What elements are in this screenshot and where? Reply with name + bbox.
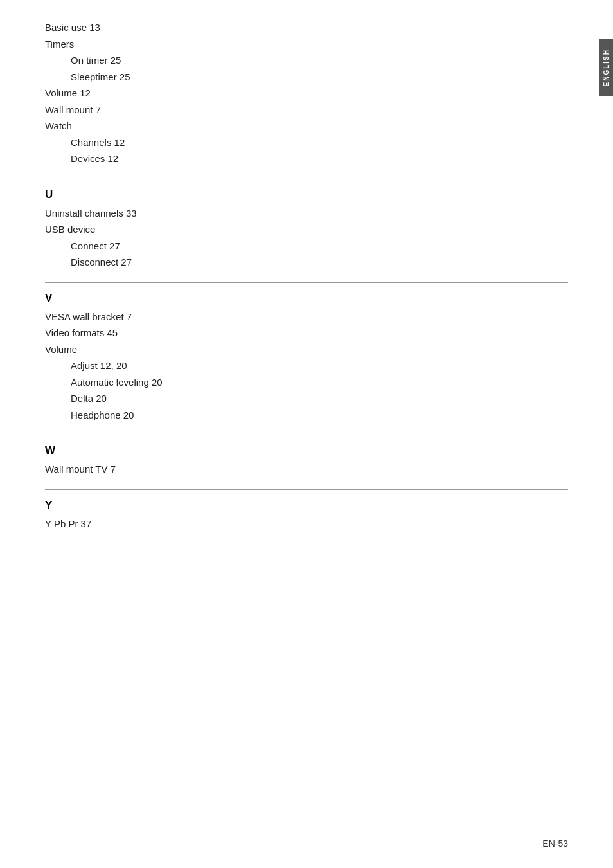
- sidebar-label: ENGLISH: [603, 49, 610, 86]
- index-entry: Y Pb Pr 37: [45, 516, 568, 532]
- entry-page: 37: [78, 518, 91, 529]
- section-divider: [45, 179, 568, 179]
- index-entry: USB device: [45, 221, 568, 238]
- index-entry: Basic use 13: [45, 19, 568, 36]
- index-entry: Adjust 12, 20: [45, 357, 568, 374]
- section-divider: [45, 435, 568, 435]
- entry-text: Timers: [45, 39, 74, 50]
- section-letter-U: U: [45, 188, 568, 201]
- page-container: ENGLISH Basic use 13TimersOn timer 25Sle…: [0, 0, 613, 868]
- index-content: Basic use 13TimersOn timer 25Sleeptimer …: [45, 19, 568, 532]
- section-divider: [45, 282, 568, 283]
- entry-page: 12: [111, 137, 125, 148]
- index-group-U: UUninstall channels 33USB deviceConnect …: [45, 188, 568, 271]
- entry-page: 20: [93, 393, 107, 404]
- entry-text: USB device: [45, 224, 95, 235]
- entry-page: 33: [123, 208, 137, 219]
- index-entry: Headphone 20: [45, 407, 568, 424]
- index-entry: Connect 27: [45, 238, 568, 255]
- index-entry: Automatic leveling 20: [45, 374, 568, 391]
- entry-page: 12: [105, 153, 118, 164]
- index-entry: Volume: [45, 341, 568, 358]
- entry-page: 20: [149, 377, 163, 388]
- entry-text: Disconnect: [71, 257, 118, 267]
- entry-page: 7: [124, 311, 132, 322]
- entry-text: Y Pb Pr: [45, 518, 78, 529]
- index-group-Y: YY Pb Pr 37: [45, 499, 568, 532]
- section-divider: [45, 489, 568, 490]
- sidebar-tab: ENGLISH: [599, 39, 613, 96]
- entry-text: Video formats: [45, 327, 104, 338]
- entry-page: 25: [108, 55, 121, 66]
- entry-text: Basic use: [45, 22, 87, 33]
- entry-text: Volume: [45, 344, 77, 355]
- entry-page: 27: [107, 240, 120, 251]
- entry-page: 45: [104, 327, 118, 338]
- index-entry: VESA wall bracket 7: [45, 309, 568, 325]
- entry-text: On timer: [71, 55, 108, 66]
- index-group-cont: Basic use 13TimersOn timer 25Sleeptimer …: [45, 19, 568, 167]
- entry-text: VESA wall bracket: [45, 311, 124, 322]
- entry-text: Watch: [45, 120, 72, 131]
- index-entry: On timer 25: [45, 52, 568, 69]
- entry-text: Automatic leveling: [71, 377, 149, 388]
- entry-text: Wall mount: [45, 104, 93, 115]
- entry-text: Adjust: [71, 360, 98, 371]
- entry-text: Sleeptimer: [71, 71, 117, 82]
- index-entry: Delta 20: [45, 390, 568, 407]
- index-group-V: VVESA wall bracket 7Video formats 45Volu…: [45, 292, 568, 424]
- index-entry: Timers: [45, 36, 568, 53]
- entry-text: Devices: [71, 153, 105, 164]
- entry-page: 7: [108, 464, 116, 475]
- index-entry: Sleeptimer 25: [45, 69, 568, 86]
- entry-page: 27: [118, 257, 132, 267]
- section-letter-W: W: [45, 444, 568, 457]
- index-group-W: WWall mount TV 7: [45, 444, 568, 478]
- entry-page: 25: [117, 71, 130, 82]
- entry-page: 20: [121, 410, 134, 420]
- index-entry: Uninstall channels 33: [45, 205, 568, 222]
- index-entry: Channels 12: [45, 134, 568, 151]
- entry-page: 13: [87, 22, 100, 33]
- entry-page: 7: [93, 104, 101, 115]
- entry-text: Connect: [71, 240, 107, 251]
- index-entry: Wall mount TV 7: [45, 461, 568, 478]
- entry-page: 12, 20: [98, 360, 127, 371]
- entry-text: Channels: [71, 137, 111, 148]
- index-entry: Devices 12: [45, 150, 568, 167]
- entry-text: Volume: [45, 87, 77, 98]
- entry-text: Uninstall channels: [45, 208, 123, 219]
- entry-text: Headphone: [71, 410, 121, 420]
- index-entry: Disconnect 27: [45, 254, 568, 271]
- page-footer: EN-53: [542, 838, 568, 849]
- section-letter-V: V: [45, 292, 568, 305]
- entry-text: Delta: [71, 393, 93, 404]
- index-entry: Video formats 45: [45, 325, 568, 341]
- entry-page: 12: [77, 87, 91, 98]
- index-entry: Watch: [45, 118, 568, 134]
- index-entry: Volume 12: [45, 85, 568, 102]
- entry-text: Wall mount TV: [45, 464, 108, 475]
- section-letter-Y: Y: [45, 499, 568, 512]
- index-entry: Wall mount 7: [45, 102, 568, 118]
